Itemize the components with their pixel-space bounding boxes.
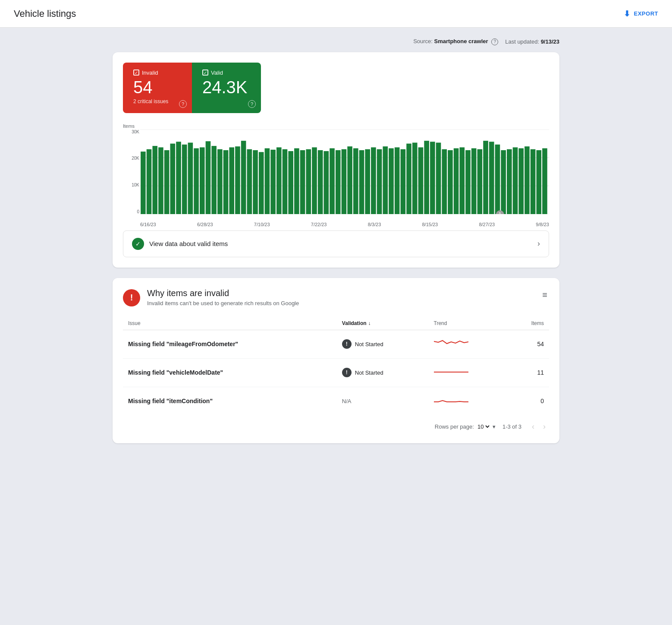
main-content: Source: Smartphone crawler ? Last update… <box>99 28 573 464</box>
th-items: Items <box>508 317 549 330</box>
invalid-count: 54 <box>133 78 182 97</box>
section-header-left: ! Why items are invalid Invalid items ca… <box>123 288 299 306</box>
trend-cell-1 <box>429 330 509 358</box>
svg-rect-4 <box>141 152 146 214</box>
x-label-1: 6/28/23 <box>197 222 213 227</box>
trend-chart-3 <box>434 394 468 407</box>
chart-area: 0 10K 20K 30K Items <box>123 123 549 227</box>
svg-rect-23 <box>253 150 258 214</box>
svg-rect-11 <box>182 144 187 214</box>
source-help-icon[interactable]: ? <box>491 38 498 45</box>
issue-name-3: Missing field "itemCondition" <box>128 398 213 404</box>
valid-items-left: ✓ View data about valid items <box>132 238 228 250</box>
x-label-3: 7/22/23 <box>311 222 327 227</box>
svg-rect-9 <box>170 143 176 214</box>
x-label-7: 9/8/23 <box>536 222 549 227</box>
issues-table: Issue Validation ↓ Trend Items <box>123 317 549 415</box>
issue-name-1: Missing field "mileageFromOdometer" <box>128 341 238 347</box>
table-footer: Rows per page: 10 25 50 ▾ 1-3 of 3 ‹ › <box>123 415 549 433</box>
validation-cell-2: ! Not Started <box>337 358 429 387</box>
invalid-tile-label: ✓ Invalid <box>133 69 182 76</box>
svg-rect-49 <box>406 143 411 214</box>
table-header-row: Issue Validation ↓ Trend Items <box>123 317 549 330</box>
svg-rect-18 <box>223 150 229 214</box>
issue-cell-2: Missing field "vehicleModelDate" <box>123 358 337 387</box>
svg-rect-5 <box>147 149 152 214</box>
validation-dot-2: ! <box>342 368 352 377</box>
trend-chart-2 <box>434 366 468 379</box>
invalid-checkbox: ✓ <box>133 69 139 76</box>
prev-page-button[interactable]: ‹ <box>528 420 538 433</box>
svg-rect-39 <box>347 146 352 214</box>
rows-per-page-select[interactable]: 10 25 50 <box>476 423 491 430</box>
trend-cell-2 <box>429 358 509 387</box>
invalid-tile[interactable]: ✓ Invalid 54 2 critical issues ? <box>123 63 192 113</box>
bar-chart: 1 <box>140 129 549 214</box>
table-row: Missing field "mileageFromOdometer" ! No… <box>123 330 549 358</box>
sort-arrow-icon: ↓ <box>368 320 371 326</box>
svg-rect-71 <box>537 150 542 214</box>
svg-rect-28 <box>283 149 288 214</box>
svg-rect-7 <box>158 147 163 214</box>
svg-rect-54 <box>436 142 441 214</box>
validation-cell-1: ! Not Started <box>337 330 429 358</box>
svg-rect-41 <box>359 150 364 214</box>
source-label: Source: Smartphone crawler ? <box>413 38 498 45</box>
y-label-20k: 20K <box>123 156 139 161</box>
invalid-sub: 2 critical issues <box>133 98 182 104</box>
svg-rect-26 <box>270 149 276 214</box>
table-row: Missing field "itemCondition" N/A 0 <box>123 387 549 415</box>
status-tiles: ✓ Invalid 54 2 critical issues ? ✓ Valid… <box>123 63 261 113</box>
section-header: ! Why items are invalid Invalid items ca… <box>123 288 549 306</box>
export-button[interactable]: ⬇ EXPORT <box>624 9 658 19</box>
svg-rect-63 <box>489 142 494 214</box>
th-issue: Issue <box>123 317 337 330</box>
valid-items-link[interactable]: ✓ View data about valid items › <box>123 230 549 257</box>
svg-rect-6 <box>152 146 157 214</box>
next-page-button[interactable]: › <box>540 420 549 433</box>
svg-rect-68 <box>518 148 524 214</box>
svg-rect-42 <box>365 149 370 214</box>
svg-text:1: 1 <box>499 211 501 214</box>
svg-rect-19 <box>229 147 234 214</box>
rows-per-page: Rows per page: 10 25 50 ▾ <box>435 423 496 430</box>
svg-rect-58 <box>459 147 465 214</box>
items-count-3: 0 <box>508 387 549 415</box>
y-label-10k: 10K <box>123 183 139 187</box>
svg-rect-12 <box>188 142 193 214</box>
svg-rect-25 <box>265 148 270 214</box>
svg-rect-32 <box>306 149 311 214</box>
svg-rect-61 <box>477 149 483 214</box>
svg-rect-50 <box>412 142 418 214</box>
x-label-0: 6/16/23 <box>140 222 156 227</box>
invalid-section-card: ! Why items are invalid Invalid items ca… <box>113 278 559 443</box>
chart-x-axis: 6/16/23 6/28/23 7/10/23 7/22/23 8/3/23 8… <box>140 222 549 227</box>
svg-rect-13 <box>194 148 199 214</box>
th-trend: Trend <box>429 317 509 330</box>
validation-cell-3: N/A <box>337 387 429 415</box>
validation-badge-2: ! Not Started <box>342 368 424 377</box>
svg-rect-59 <box>465 150 471 214</box>
svg-rect-31 <box>300 150 305 214</box>
valid-tile[interactable]: ✓ Valid 24.3K ? <box>192 63 261 113</box>
svg-rect-33 <box>312 147 317 214</box>
svg-rect-15 <box>206 141 211 214</box>
trend-chart-1 <box>434 337 468 350</box>
svg-rect-34 <box>318 150 323 214</box>
x-label-4: 8/3/23 <box>368 222 381 227</box>
valid-help-icon[interactable]: ? <box>248 100 256 108</box>
invalid-help-icon[interactable]: ? <box>179 100 187 108</box>
source-bar: Source: Smartphone crawler ? Last update… <box>113 38 559 45</box>
svg-rect-35 <box>324 151 329 214</box>
svg-rect-70 <box>531 149 536 214</box>
valid-tile-label: ✓ Valid <box>202 69 251 76</box>
section-title: Why items are invalid <box>147 288 299 298</box>
svg-rect-46 <box>389 148 394 214</box>
chart-container: 1 <box>140 129 549 214</box>
y-label-30k: 30K <box>123 129 139 134</box>
y-axis-label: Items <box>123 123 135 129</box>
th-validation[interactable]: Validation ↓ <box>337 317 429 330</box>
na-text-3: N/A <box>342 398 352 404</box>
svg-rect-62 <box>483 141 488 214</box>
filter-icon[interactable]: ≡ <box>540 288 549 302</box>
